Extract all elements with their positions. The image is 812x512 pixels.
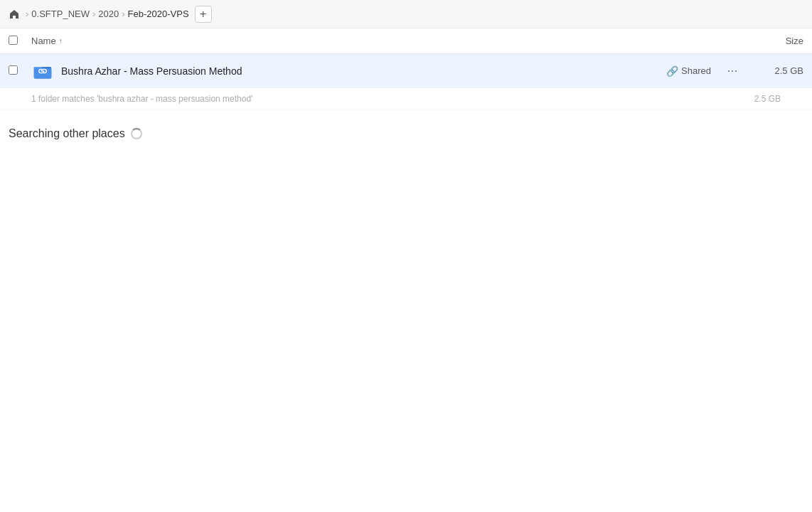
shared-badge: 🔗 Shared bbox=[666, 65, 711, 77]
folder-icon bbox=[31, 60, 54, 82]
toolbar: › 0.SFTP_NEW › 2020 › Feb-2020-VPS + bbox=[0, 0, 812, 28]
column-header-row: Name ↑ Size bbox=[0, 28, 812, 54]
home-button[interactable] bbox=[9, 9, 20, 20]
sort-arrow-icon: ↑ bbox=[59, 37, 63, 45]
match-count-size: 2.5 GB bbox=[754, 94, 781, 104]
breadcrumb-item-2[interactable]: Feb-2020-VPS bbox=[128, 9, 189, 19]
breadcrumb-item-1[interactable]: 2020 bbox=[98, 9, 119, 19]
searching-label: Searching other places bbox=[9, 127, 125, 140]
add-button[interactable]: + bbox=[195, 6, 212, 23]
file-checkbox[interactable] bbox=[9, 65, 26, 77]
link-icon: 🔗 bbox=[666, 65, 678, 77]
match-count-text: 1 folder matches 'bushra azhar - mass pe… bbox=[31, 94, 252, 104]
breadcrumb-sep-0: › bbox=[26, 9, 28, 19]
file-size-label: 2.5 GB bbox=[754, 65, 803, 76]
breadcrumb-sep-1: › bbox=[92, 9, 95, 19]
breadcrumb-sep-2: › bbox=[122, 9, 124, 19]
file-list-item[interactable]: Bushra Azhar - Mass Persuasion Method 🔗 … bbox=[0, 54, 812, 88]
loading-spinner bbox=[131, 128, 142, 139]
size-column-header[interactable]: Size bbox=[747, 36, 803, 46]
file-name-label: Bushra Azhar - Mass Persuasion Method bbox=[61, 65, 666, 77]
name-column-header[interactable]: Name ↑ bbox=[31, 36, 747, 46]
searching-other-places-section: Searching other places bbox=[0, 110, 812, 157]
match-count-row: 1 folder matches 'bushra azhar - mass pe… bbox=[0, 88, 812, 110]
breadcrumb-item-0[interactable]: 0.SFTP_NEW bbox=[31, 9, 90, 19]
more-options-button[interactable]: ··· bbox=[722, 61, 742, 81]
select-all-checkbox[interactable] bbox=[9, 36, 26, 47]
